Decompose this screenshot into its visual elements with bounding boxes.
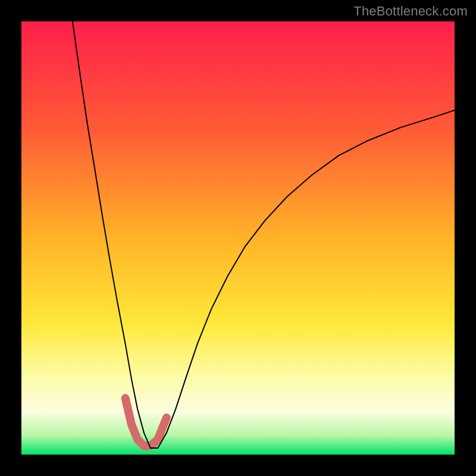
watermark-text: TheBottleneck.com (353, 4, 468, 19)
chart-frame: TheBottleneck.com (0, 0, 476, 476)
chart-canvas (0, 0, 476, 476)
plot-background (21, 21, 455, 455)
